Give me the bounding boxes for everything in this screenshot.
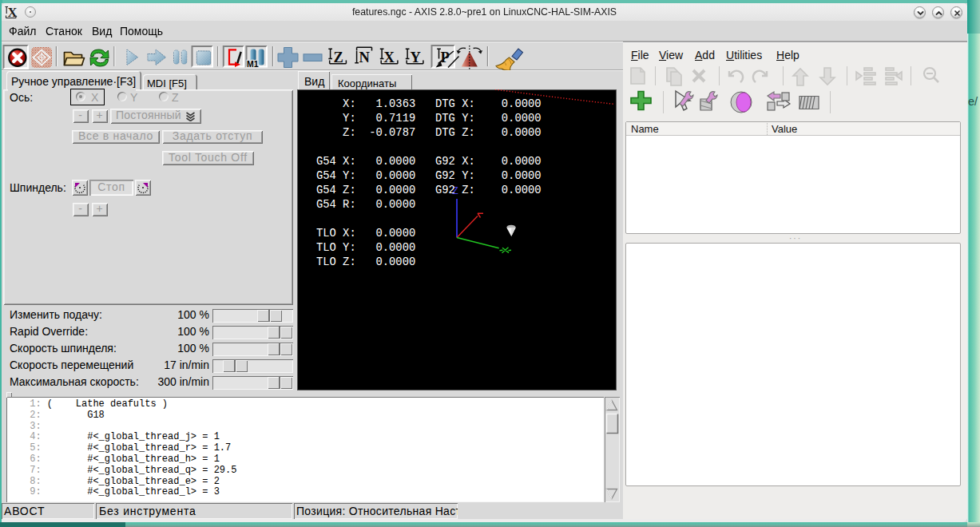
svg-text:N: N (359, 50, 371, 65)
svg-text:M1: M1 (247, 59, 259, 69)
svg-text:P: P (441, 50, 450, 65)
